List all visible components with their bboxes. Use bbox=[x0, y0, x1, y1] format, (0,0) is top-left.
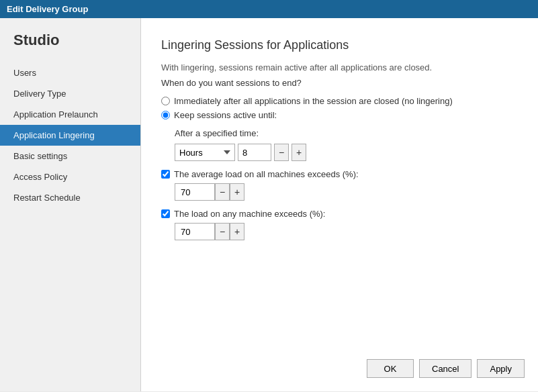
description-text: With lingering, sessions remain active a… bbox=[161, 62, 518, 72]
avg-load-increment-button[interactable]: + bbox=[230, 183, 244, 201]
main-content: Lingering Sessions for Applications With… bbox=[141, 18, 538, 391]
cancel-button[interactable]: Cancel bbox=[419, 359, 472, 378]
radio-keep: Keep sessions active until: bbox=[161, 110, 518, 120]
avg-load-checkbox-row: The average load on all machines exceeds… bbox=[161, 169, 518, 201]
any-machine-load-checkbox[interactable] bbox=[161, 209, 170, 218]
any-machine-load-input-row: − + bbox=[175, 223, 518, 240]
time-decrement-button[interactable]: − bbox=[274, 144, 289, 161]
studio-logo: Studio bbox=[0, 32, 140, 62]
avg-load-decrement-button[interactable]: − bbox=[215, 183, 230, 201]
ok-button[interactable]: OK bbox=[367, 359, 414, 378]
avg-load-label[interactable]: The average load on all machines exceeds… bbox=[174, 169, 359, 179]
time-increment-button[interactable]: + bbox=[292, 144, 306, 161]
radio-keep-label[interactable]: Keep sessions active until: bbox=[174, 110, 277, 120]
any-machine-load-decrement-button[interactable]: − bbox=[215, 223, 230, 240]
any-machine-load-value-input[interactable] bbox=[175, 223, 215, 240]
sidebar-item-basic-settings[interactable]: Basic settings bbox=[0, 146, 140, 166]
apply-button[interactable]: Apply bbox=[477, 359, 525, 378]
sidebar-item-access-policy[interactable]: Access Policy bbox=[0, 166, 140, 187]
sidebar-item-restart-schedule[interactable]: Restart Schedule bbox=[0, 187, 140, 208]
sidebar-item-delivery-type[interactable]: Delivery Type bbox=[0, 83, 140, 104]
sidebar: Studio Users Delivery Type Application P… bbox=[0, 18, 141, 391]
any-machine-load-increment-button[interactable]: + bbox=[230, 223, 244, 240]
radio-immediately-input[interactable] bbox=[161, 97, 170, 105]
title-bar-label: Edit Delivery Group bbox=[7, 4, 88, 14]
sidebar-item-application-lingering[interactable]: Application Lingering bbox=[0, 125, 140, 146]
radio-immediately-label[interactable]: Immediately after all applications in th… bbox=[174, 96, 453, 106]
sidebar-item-users[interactable]: Users bbox=[0, 62, 140, 83]
after-specified-time-label: After a specified time: bbox=[175, 128, 518, 138]
sidebar-item-application-prelaunch[interactable]: Application Prelaunch bbox=[0, 104, 140, 125]
time-input-row: Minutes Hours Days − + bbox=[175, 144, 518, 161]
radio-group: Immediately after all applications in th… bbox=[161, 96, 518, 120]
footer-buttons: OK Cancel Apply bbox=[367, 359, 525, 378]
title-bar: Edit Delivery Group bbox=[0, 0, 538, 18]
time-value-input[interactable] bbox=[238, 144, 271, 161]
radio-keep-input[interactable] bbox=[161, 111, 170, 119]
page-title: Lingering Sessions for Applications bbox=[161, 38, 518, 52]
radio-immediately: Immediately after all applications in th… bbox=[161, 96, 518, 106]
any-machine-load-checkbox-row: The load on any machine exceeds (%): − + bbox=[161, 209, 518, 240]
avg-load-checkbox[interactable] bbox=[161, 170, 170, 179]
any-machine-load-label[interactable]: The load on any machine exceeds (%): bbox=[174, 209, 325, 219]
avg-load-value-input[interactable] bbox=[175, 183, 215, 201]
time-unit-dropdown[interactable]: Minutes Hours Days bbox=[175, 144, 235, 161]
question-text: When do you want sessions to end? bbox=[161, 78, 518, 88]
avg-load-input-row: − + bbox=[175, 183, 518, 201]
